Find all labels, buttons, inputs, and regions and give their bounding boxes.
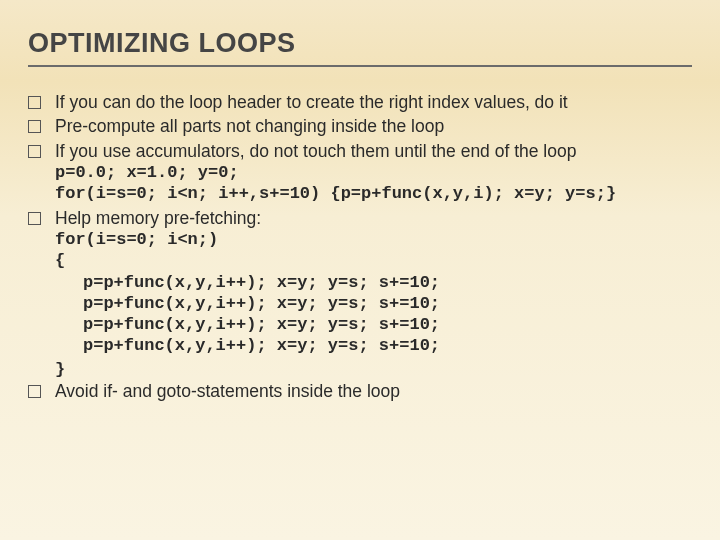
bullet-text: If you use accumulators, do not touch th… bbox=[55, 140, 692, 162]
square-bullet-icon bbox=[28, 385, 41, 398]
bullet-text: Pre-compute all parts not changing insid… bbox=[55, 115, 692, 137]
code-closing-brace: } bbox=[55, 359, 692, 380]
code-line: p=p+func(x,y,i++); x=y; y=s; s+=10; bbox=[55, 335, 692, 356]
code-line: for(i=s=0; i<n;) bbox=[55, 229, 692, 250]
code-line: p=0.0; x=1.0; y=0; bbox=[55, 162, 692, 183]
bullet-text: Avoid if- and goto-statements inside the… bbox=[55, 380, 692, 402]
bullet-text: If you can do the loop header to create … bbox=[55, 91, 692, 113]
code-line: p=p+func(x,y,i++); x=y; y=s; s+=10; bbox=[55, 314, 692, 335]
code-line: { bbox=[55, 250, 692, 271]
bullet-list-continued: Avoid if- and goto-statements inside the… bbox=[28, 380, 692, 402]
square-bullet-icon bbox=[28, 212, 41, 225]
bullet-text: Help memory pre-fetching: bbox=[55, 207, 692, 229]
code-line: p=p+func(x,y,i++); x=y; y=s; s+=10; bbox=[55, 272, 692, 293]
slide-title: OPTIMIZING LOOPS bbox=[28, 28, 692, 67]
bullet-item: Pre-compute all parts not changing insid… bbox=[28, 115, 692, 137]
bullet-item: If you can do the loop header to create … bbox=[28, 91, 692, 113]
bullet-item: Avoid if- and goto-statements inside the… bbox=[28, 380, 692, 402]
square-bullet-icon bbox=[28, 96, 41, 109]
bullet-item: If you use accumulators, do not touch th… bbox=[28, 140, 692, 205]
code-line: p=p+func(x,y,i++); x=y; y=s; s+=10; bbox=[55, 293, 692, 314]
square-bullet-icon bbox=[28, 145, 41, 158]
bullet-item: Help memory pre-fetching: for(i=s=0; i<n… bbox=[28, 207, 692, 357]
square-bullet-icon bbox=[28, 120, 41, 133]
bullet-list: If you can do the loop header to create … bbox=[28, 91, 692, 357]
code-line: for(i=s=0; i<n; i++,s+=10) {p=p+func(x,y… bbox=[55, 183, 692, 204]
